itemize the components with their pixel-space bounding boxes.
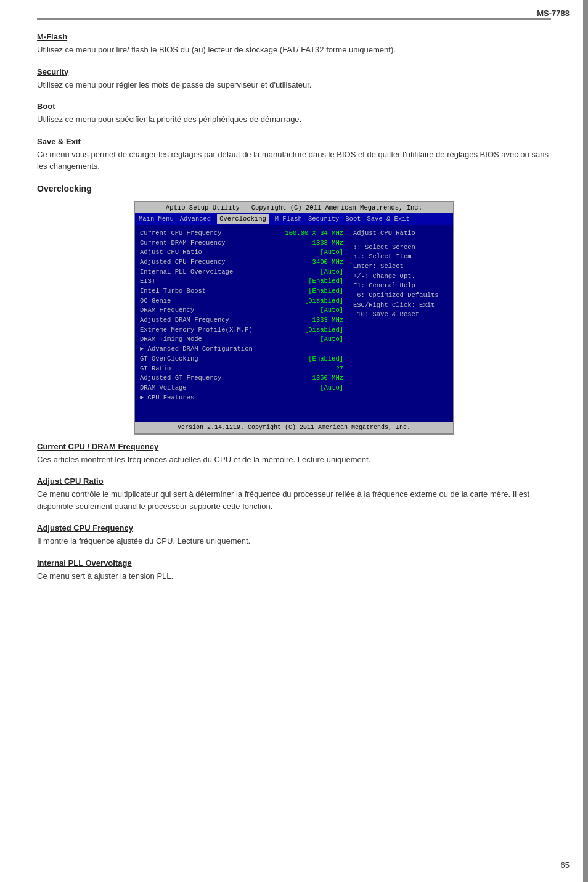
section-adjust-cpu-ratio: Adjust CPU Ratio Ce menu contrôle le mul… [37,476,551,512]
bios-key-4: +/-: Change Opt. [353,272,448,281]
section-internal-pll: Internal PLL Overvoltage Ce menu sert à … [37,558,551,582]
right-border [583,0,588,882]
section-boot: Boot Utilisez ce menu pour spécifier la … [37,102,551,126]
bios-key-6: F6: Optimized Defaults [353,291,448,300]
bios-main-area: Current CPU Frequency 100.00 X 34 MHz Cu… [135,225,453,422]
table-row: Adjusted CPU Frequency 3400 MHz [140,258,343,267]
bios-settings-list: Current CPU Frequency 100.00 X 34 MHz Cu… [135,225,348,422]
top-border [37,18,551,20]
table-row: Intel Turbo Boost [Enabled] [140,287,343,296]
table-row: Current DRAM Frequency 1333 MHz [140,239,343,248]
bios-menu-save-exit: Save & Exit [367,214,410,224]
table-row: DRAM Timing Mode [Auto] [140,335,343,344]
table-row: Internal PLL Overvoltage [Auto] [140,267,343,277]
table-row: Adjusted GT Frequency 1350 MHz [140,374,343,383]
section-title-save-exit: Save & Exit [37,137,551,146]
bios-menu-mflash: M-Flash [275,214,302,224]
section-adjusted-cpu-frequency: Adjusted CPU Frequency Il montre la fréq… [37,523,551,547]
section-body-m-flash: Utilisez ce menu pour lire/ flash le BIO… [37,44,551,56]
bios-menu-boot: Boot [345,214,361,224]
bios-menu-security: Security [308,214,339,224]
section-title-security: Security [37,67,551,76]
section-body-boot: Utilisez ce menu pour spécifier la prior… [37,113,551,126]
section-title-m-flash: M-Flash [37,32,551,41]
bios-key-7: ESC/Right Click: Exit [353,301,448,310]
table-row: OC Genie [Disabled] [140,296,343,306]
section-body-security: Utilisez ce menu pour régler les mots de… [37,79,551,91]
section-m-flash: M-Flash Utilisez ce menu pour lire/ flas… [37,32,551,56]
bios-help-panel: Adjust CPU Ratio ↕: Select Screen ↑↓: Se… [348,225,453,422]
section-title-adjust-cpu-ratio: Adjust CPU Ratio [37,476,551,486]
section-title-adjusted-cpu-frequency: Adjusted CPU Frequency [37,523,551,533]
section-body-save-exit: Ce menu vous permet de charger les régla… [37,149,551,173]
bios-key-5: F1: General Help [353,281,448,290]
section-body-adjusted-cpu-frequency: Il montre la fréquence ajustée du CPU. L… [37,535,551,547]
section-title-current-cpu-dram: Current CPU / DRAM Frequency [37,442,551,451]
model-number: MS-7788 [537,9,570,18]
bios-menu-bar: Main Menu Advanced Overclocking M-Flash … [135,213,453,225]
section-save-exit: Save & Exit Ce menu vous permet de charg… [37,137,551,173]
section-body-internal-pll: Ce menu sert à ajuster la tension PLL. [37,570,551,582]
overclocking-heading: Overclocking [37,184,551,194]
section-current-cpu-dram: Current CPU / DRAM Frequency Ces article… [37,442,551,466]
section-title-boot: Boot [37,102,551,111]
bios-menu-overclocking: Overclocking [217,214,269,224]
bios-key-3: Enter: Select [353,262,448,271]
table-row: Adjusted DRAM Frequency 1333 MHz [140,316,343,325]
table-row: ► CPU Features [140,393,343,402]
table-row: EIST [Enabled] [140,277,343,286]
table-row: Extreme Memory Profile(X.M.P) [Disabled] [140,325,343,335]
table-row: Current CPU Frequency 100.00 X 34 MHz [140,229,343,238]
bios-key-1: ↕: Select Screen [353,243,448,252]
bios-title-bar: Aptio Setup Utility – Copyright (C) 2011… [135,202,453,214]
bios-footer: Version 2.14.1219. Copyright (C) 2011 Am… [135,422,453,433]
table-row: DRAM Voltage [Auto] [140,383,343,393]
bios-menu-advanced: Advanced [180,214,211,224]
bios-key-8: F10: Save & Reset [353,310,448,319]
table-row: GT OverClocking [Enabled] [140,354,343,364]
table-row: Adjust CPU Ratio [Auto] [140,248,343,257]
section-title-internal-pll: Internal PLL Overvoltage [37,558,551,568]
section-body-adjust-cpu-ratio: Ce menu contrôle le multiplicateur qui s… [37,488,551,512]
bios-key-2: ↑↓: Select Item [353,252,448,261]
bios-key-help: ↕: Select Screen ↑↓: Select Item Enter: … [353,243,448,320]
bios-right-help-text: Adjust CPU Ratio [353,229,448,238]
bios-screenshot: Aptio Setup Utility – Copyright (C) 2011… [134,201,454,435]
table-row: ► Advanced DRAM Configuration [140,345,343,354]
bios-menu-main: Main Menu [139,214,174,224]
page-number: 65 [561,860,570,870]
section-body-current-cpu-dram: Ces articles montrent les fréquences act… [37,454,551,466]
section-security: Security Utilisez ce menu pour régler le… [37,67,551,91]
page-container: MS-7788 M-Flash Utilisez ce menu pour li… [0,0,588,882]
table-row: GT Ratio 27 [140,364,343,374]
table-row: DRAM Frequency [Auto] [140,306,343,315]
